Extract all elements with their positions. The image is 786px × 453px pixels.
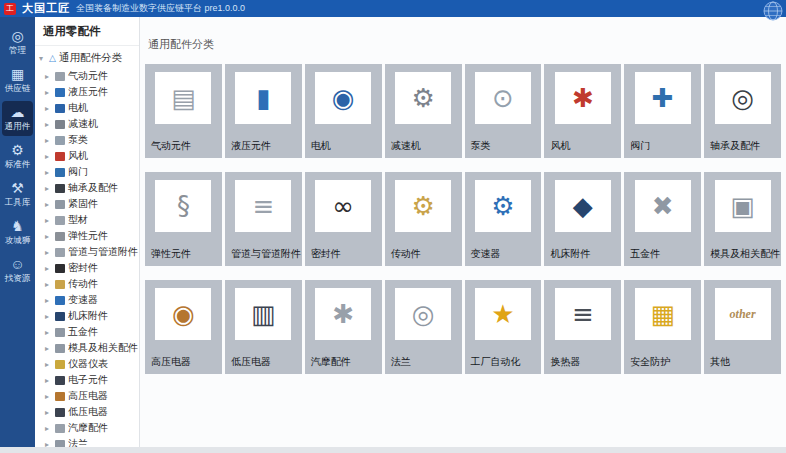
tree-item[interactable]: ▸密封件 bbox=[45, 260, 139, 276]
chevron-right-icon: ▸ bbox=[45, 328, 52, 337]
tree-item[interactable]: ▸电子元件 bbox=[45, 372, 139, 388]
category-card[interactable]: ≡换热器 bbox=[544, 280, 621, 374]
tree-item[interactable]: ▸低压电器 bbox=[45, 404, 139, 420]
tree-item[interactable]: ▸气动元件 bbox=[45, 68, 139, 84]
tree-item[interactable]: ▸液压元件 bbox=[45, 84, 139, 100]
tree-item-label: 型材 bbox=[68, 213, 88, 227]
chevron-right-icon: ▸ bbox=[45, 72, 52, 81]
tree-item[interactable]: ▸机床附件 bbox=[45, 308, 139, 324]
tree-item-label: 五金件 bbox=[68, 325, 98, 339]
category-card[interactable]: ⚙变速器 bbox=[465, 172, 542, 266]
tree-item[interactable]: ▸法兰 bbox=[45, 436, 139, 447]
tree-item-thumbnail bbox=[55, 296, 65, 305]
tree-item[interactable]: ▸泵类 bbox=[45, 132, 139, 148]
tree-item[interactable]: ▸管道与管道附件 bbox=[45, 244, 139, 260]
category-card[interactable]: ▣模具及相关配件 bbox=[704, 172, 781, 266]
category-card[interactable]: §弹性元件 bbox=[145, 172, 222, 266]
category-card[interactable]: ★工厂自动化 bbox=[465, 280, 542, 374]
tree-item[interactable]: ▸阀门 bbox=[45, 164, 139, 180]
chevron-right-icon: ▸ bbox=[45, 152, 52, 161]
tree-item-thumbnail bbox=[55, 120, 65, 129]
tree-item[interactable]: ▸传动件 bbox=[45, 276, 139, 292]
tree-item[interactable]: ▸五金件 bbox=[45, 324, 139, 340]
category-card[interactable]: ▥低压电器 bbox=[225, 280, 302, 374]
category-grid: ▤气动元件▮液压元件◉电机⚙减速机⊙泵类✱风机✚阀门◎轴承及配件§弹性元件≡管道… bbox=[145, 64, 781, 374]
category-label: 电机 bbox=[311, 139, 331, 153]
category-photo: ✱ bbox=[315, 288, 371, 340]
tree-item-label: 密封件 bbox=[68, 261, 98, 275]
category-photo-glyph: § bbox=[177, 193, 190, 219]
category-card[interactable]: ◉高压电器 bbox=[145, 280, 222, 374]
sidebar-item-tool-library[interactable]: ⚒工具库 bbox=[2, 177, 33, 212]
category-photo-glyph: ◎ bbox=[412, 301, 435, 327]
tree-item-thumbnail bbox=[55, 440, 65, 448]
category-photo: ◎ bbox=[395, 288, 451, 340]
tree-item[interactable]: ▸弹性元件 bbox=[45, 228, 139, 244]
category-photo: ⚙ bbox=[395, 180, 451, 232]
category-label: 阀门 bbox=[630, 139, 650, 153]
tree-item[interactable]: ▸型材 bbox=[45, 212, 139, 228]
category-card[interactable]: ⚙减速机 bbox=[385, 64, 462, 158]
tree-item[interactable]: ▸紧固件 bbox=[45, 196, 139, 212]
category-card[interactable]: ▤气动元件 bbox=[145, 64, 222, 158]
category-label: 气动元件 bbox=[151, 139, 191, 153]
category-root-icon: △ bbox=[49, 53, 56, 63]
tree-item-label: 高压电器 bbox=[68, 389, 108, 403]
category-card[interactable]: ≡管道与管道附件 bbox=[225, 172, 302, 266]
tree-item[interactable]: ▸减速机 bbox=[45, 116, 139, 132]
category-photo-glyph: ⚙ bbox=[411, 193, 434, 219]
chevron-right-icon: ▸ bbox=[45, 184, 52, 193]
tree-item-label: 液压元件 bbox=[68, 85, 108, 99]
category-label: 模具及相关配件 bbox=[710, 247, 780, 261]
chevron-right-icon: ▸ bbox=[45, 104, 52, 113]
category-card[interactable]: ✱汽摩配件 bbox=[305, 280, 382, 374]
category-card[interactable]: ✱风机 bbox=[544, 64, 621, 158]
tree-item[interactable]: ▸高压电器 bbox=[45, 388, 139, 404]
tree-item[interactable]: ▸轴承及配件 bbox=[45, 180, 139, 196]
chevron-right-icon: ▸ bbox=[45, 280, 52, 289]
category-photo: ◆ bbox=[555, 180, 611, 232]
sidebar-item-standard-parts[interactable]: ⚙标准件 bbox=[2, 139, 33, 174]
category-card[interactable]: ⊙泵类 bbox=[465, 64, 542, 158]
tree-item-thumbnail bbox=[55, 312, 65, 321]
category-card[interactable]: ◆机床附件 bbox=[544, 172, 621, 266]
category-photo-glyph: ★ bbox=[491, 301, 514, 327]
category-photo-glyph: ▦ bbox=[650, 301, 675, 327]
tree-item[interactable]: ▸电机 bbox=[45, 100, 139, 116]
sidebar-item-label: 工具库 bbox=[5, 197, 31, 209]
chevron-right-icon: ▸ bbox=[45, 120, 52, 129]
category-card[interactable]: ✚阀门 bbox=[624, 64, 701, 158]
app-name: 大国工匠 bbox=[22, 1, 70, 16]
sidebar-item-find-resources[interactable]: ☺找资源 bbox=[2, 253, 33, 288]
sidebar-item-common-parts[interactable]: ☁通用件 bbox=[2, 101, 33, 136]
tree-item[interactable]: ▸变速器 bbox=[45, 292, 139, 308]
tree-list: ▸气动元件▸液压元件▸电机▸减速机▸泵类▸风机▸阀门▸轴承及配件▸紧固件▸型材▸… bbox=[35, 68, 139, 447]
category-card[interactable]: ✖五金件 bbox=[624, 172, 701, 266]
sidebar-item-manage[interactable]: ◎管理 bbox=[2, 25, 33, 60]
tree-item-label: 汽摩配件 bbox=[68, 421, 108, 435]
tools-icon: ⚒ bbox=[11, 181, 24, 196]
category-card[interactable]: ▮液压元件 bbox=[225, 64, 302, 158]
tree-item-label: 气动元件 bbox=[68, 69, 108, 83]
category-card[interactable]: ◎轴承及配件 bbox=[704, 64, 781, 158]
tree-item-thumbnail bbox=[55, 344, 65, 353]
tree-root-node[interactable]: ▾ △ 通用配件分类 bbox=[35, 46, 139, 68]
tree-item[interactable]: ▸模具及相关配件 bbox=[45, 340, 139, 356]
category-card[interactable]: ∞密封件 bbox=[305, 172, 382, 266]
tree-item[interactable]: ▸仪器仪表 bbox=[45, 356, 139, 372]
tree-root-label: 通用配件分类 bbox=[59, 51, 122, 65]
category-card[interactable]: other其他 bbox=[704, 280, 781, 374]
globe-icon[interactable] bbox=[763, 1, 783, 25]
category-photo: ✱ bbox=[555, 72, 611, 124]
tree-item[interactable]: ▸汽摩配件 bbox=[45, 420, 139, 436]
sidebar-item-engineer[interactable]: ♞攻城狮 bbox=[2, 215, 33, 250]
category-card[interactable]: ▦安全防护 bbox=[624, 280, 701, 374]
chevron-right-icon: ▸ bbox=[45, 168, 52, 177]
category-card[interactable]: ◉电机 bbox=[305, 64, 382, 158]
tree-item-label: 传动件 bbox=[68, 277, 98, 291]
tree-item[interactable]: ▸风机 bbox=[45, 148, 139, 164]
category-card[interactable]: ◎法兰 bbox=[385, 280, 462, 374]
category-label: 变速器 bbox=[471, 247, 501, 261]
category-card[interactable]: ⚙传动件 bbox=[385, 172, 462, 266]
sidebar-item-supply-chain[interactable]: ▦供应链 bbox=[2, 63, 33, 98]
